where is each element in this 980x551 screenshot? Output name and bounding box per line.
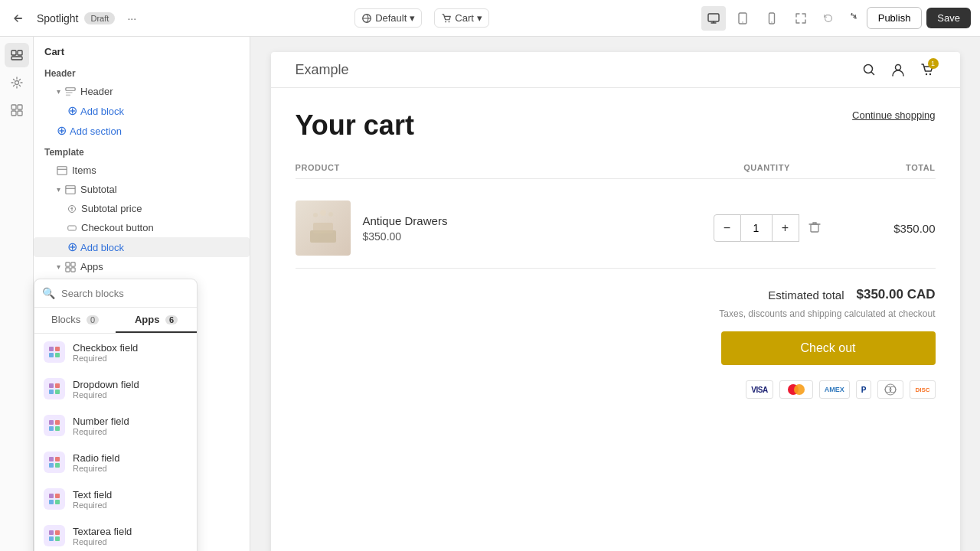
tab-apps[interactable]: Apps 6 xyxy=(116,308,197,333)
checkout-button-label: Checkout button xyxy=(81,222,154,233)
subtotal-price-label: Subtotal price xyxy=(81,203,142,214)
svg-rect-54 xyxy=(49,420,54,425)
sidebar-item-subtotal[interactable]: ▾ Subtotal xyxy=(34,180,250,199)
cart-count-badge: 1 xyxy=(928,58,939,69)
viewport-dropdown[interactable]: Default ▾ xyxy=(354,8,422,28)
svg-rect-40 xyxy=(811,224,818,232)
undo-button[interactable] xyxy=(818,8,839,29)
add-block-link-header[interactable]: ⊕ Add block xyxy=(34,101,250,121)
svg-rect-27 xyxy=(71,267,75,271)
search-icon xyxy=(861,61,877,78)
viewport-icon xyxy=(361,13,372,24)
dropdown-item-sub: Required xyxy=(73,354,138,363)
add-block-link-subtotal[interactable]: ⊕ Add block xyxy=(34,237,250,257)
add-section-link-header[interactable]: ⊕ Add section xyxy=(34,121,250,141)
draft-badge: Draft xyxy=(84,12,115,24)
checkout-button[interactable]: Check out xyxy=(721,331,936,365)
product-price: $350.00 xyxy=(363,230,448,243)
sidebar-icons xyxy=(0,37,34,551)
svg-point-45 xyxy=(890,386,896,393)
app-title: Spotlight xyxy=(37,12,78,24)
delete-item-button[interactable] xyxy=(808,221,821,236)
quantity-input[interactable] xyxy=(741,214,772,242)
svg-point-6 xyxy=(742,21,743,22)
items-icon xyxy=(57,165,67,176)
cart-chevron-icon: ▾ xyxy=(477,12,482,24)
svg-point-32 xyxy=(895,65,900,70)
topbar-right: Publish Save xyxy=(701,6,971,31)
svg-rect-58 xyxy=(49,457,54,461)
svg-rect-59 xyxy=(55,457,60,461)
mobile-view-button[interactable] xyxy=(760,6,784,31)
svg-rect-47 xyxy=(55,347,60,351)
svg-rect-18 xyxy=(66,92,73,93)
back-icon[interactable] xyxy=(9,8,31,29)
sidebar-item-apps[interactable]: ▾ Apps xyxy=(34,257,250,276)
app-item-icon xyxy=(44,488,65,510)
search-blocks-input[interactable] xyxy=(61,288,190,299)
quantity-decrease-button[interactable]: − xyxy=(714,214,741,242)
undo-redo-controls xyxy=(818,8,862,29)
svg-rect-10 xyxy=(18,51,22,55)
svg-point-12 xyxy=(15,81,18,85)
store-header: Example 1 xyxy=(271,52,960,88)
expand-view-button[interactable] xyxy=(789,6,813,31)
dropdown-item-sub: Required xyxy=(73,464,119,473)
cart-item-info: Antique Drawers $350.00 xyxy=(296,201,691,256)
tab-blocks-count: 0 xyxy=(87,315,99,324)
tablet-view-button[interactable] xyxy=(730,6,755,31)
product-image xyxy=(304,209,342,247)
apps-icon-button[interactable] xyxy=(5,98,29,122)
product-details: Antique Drawers $350.00 xyxy=(363,214,448,243)
sidebar-header-label: Header xyxy=(80,86,113,97)
svg-rect-66 xyxy=(49,530,54,535)
dropdown-list-item[interactable]: Checkbox field Required xyxy=(34,334,197,370)
sidebar-item-checkout-button[interactable]: Checkout button xyxy=(34,218,250,237)
sidebar-item-subtotal-price[interactable]: Subtotal price xyxy=(34,199,250,218)
svg-rect-63 xyxy=(55,494,60,498)
item-total: $350.00 xyxy=(844,222,936,235)
svg-rect-9 xyxy=(11,51,16,55)
sidebar-item-header[interactable]: ▾ Header xyxy=(34,82,250,101)
cart-label: Cart xyxy=(455,12,474,24)
cart-dropdown[interactable]: Cart ▾ xyxy=(434,8,489,28)
dropdown-list-item[interactable]: Number field Required xyxy=(34,407,197,444)
sidebar-item-items[interactable]: Items xyxy=(34,161,250,180)
sections-icon-button[interactable] xyxy=(5,43,29,67)
quantity-control: − + xyxy=(691,214,844,242)
dropdown-list-item[interactable]: Textarea field Required xyxy=(34,517,197,551)
dropdown-item-text: Textarea field Required xyxy=(73,526,132,546)
dropdown-item-name: Checkbox field xyxy=(73,342,138,354)
plus-icon-header: ⊕ xyxy=(67,105,77,117)
tab-blocks[interactable]: Blocks 0 xyxy=(34,308,116,333)
desktop-view-button[interactable] xyxy=(701,6,726,31)
amex-icon: AMEX xyxy=(819,380,850,399)
apps-group-icon xyxy=(65,262,76,272)
svg-point-33 xyxy=(925,73,926,75)
redo-button[interactable] xyxy=(841,8,862,29)
estimated-total: Estimated total $350.00 CAD xyxy=(768,287,935,302)
dropdown-list-item[interactable]: Dropdown field Required xyxy=(34,370,197,407)
items-label: Items xyxy=(72,165,96,176)
publish-button[interactable]: Publish xyxy=(867,7,923,29)
cart-icon: 1 xyxy=(919,61,936,78)
dropdown-item-text: Radio field Required xyxy=(73,452,119,473)
payment-icons: VISA AMEX P DISC xyxy=(746,380,935,399)
dropdown-list-item[interactable]: Text field Required xyxy=(34,481,197,517)
save-button[interactable]: Save xyxy=(926,8,971,28)
continue-shopping-link[interactable]: Continue shopping xyxy=(852,109,935,121)
svg-point-34 xyxy=(929,73,930,75)
svg-point-39 xyxy=(328,212,333,217)
theme-settings-icon-button[interactable] xyxy=(5,70,29,95)
quantity-increase-button[interactable]: + xyxy=(772,214,799,242)
user-icon xyxy=(890,61,906,78)
subtotal-price-icon xyxy=(67,204,77,214)
svg-rect-4 xyxy=(708,14,719,21)
more-menu-button[interactable]: ··· xyxy=(121,8,142,29)
svg-rect-17 xyxy=(66,87,75,90)
dropdown-item-name: Radio field xyxy=(73,452,119,464)
sidebar-section-title: Cart xyxy=(34,37,250,62)
dropdown-item-name: Dropdown field xyxy=(73,379,139,390)
svg-rect-55 xyxy=(55,420,60,425)
dropdown-list-item[interactable]: Radio field Required xyxy=(34,444,197,481)
